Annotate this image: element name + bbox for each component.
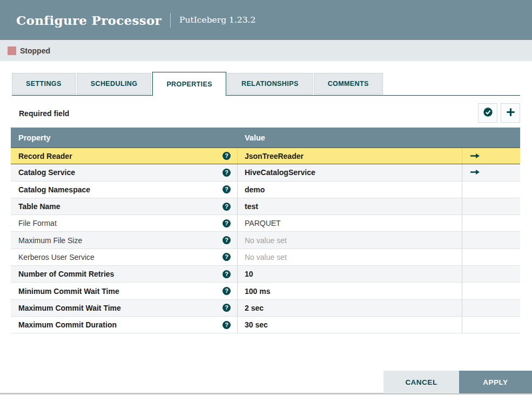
status-bar: Stopped: [0, 40, 532, 61]
properties-table: Property Value Record Reader ? JsonTreeR…: [11, 128, 520, 333]
property-cell: Minimum Commit Wait Time ?: [11, 283, 238, 299]
configure-processor-dialog: Configure Processor PutIceberg 1.23.2 St…: [0, 0, 532, 395]
action-cell: [462, 249, 520, 265]
value-cell[interactable]: test: [238, 198, 462, 215]
value-cell[interactable]: 30 sec: [238, 317, 462, 333]
property-value: 2 sec: [245, 304, 264, 312]
action-cell: [462, 317, 520, 333]
table-body: Record Reader ? JsonTreeReader Catalog S…: [11, 148, 520, 333]
apply-button[interactable]: APPLY: [459, 371, 532, 393]
question-circle-icon[interactable]: ?: [223, 152, 231, 160]
property-cell: Maximum Commit Wait Time ?: [11, 300, 238, 316]
property-cell: Catalog Namespace ?: [11, 182, 238, 198]
question-circle-icon[interactable]: ?: [223, 185, 231, 193]
property-value: 30 sec: [245, 320, 268, 329]
tab-label: RELATIONSHIPS: [241, 80, 299, 88]
question-circle-icon[interactable]: ?: [223, 203, 231, 211]
tab-comments[interactable]: COMMENTS: [314, 73, 383, 95]
table-row[interactable]: Maximum Commit Duration ? 30 sec: [11, 317, 520, 333]
check-circle-icon: [483, 107, 493, 119]
required-field-legend: Required field: [19, 109, 69, 118]
stopped-icon: [8, 46, 16, 55]
property-cell: File Format ?: [11, 215, 238, 231]
property-value: test: [245, 202, 258, 211]
property-value: JsonTreeReader: [245, 152, 304, 160]
table-row[interactable]: Number of Commit Retries ? 10: [11, 266, 520, 283]
property-cell: Record Reader ?: [11, 148, 238, 164]
property-value: HiveCatalogService: [245, 168, 315, 177]
column-header-property: Property: [11, 133, 238, 142]
property-value: 100 ms: [245, 287, 270, 296]
property-name: Catalog Namespace: [18, 185, 90, 194]
dialog-header: Configure Processor PutIceberg 1.23.2: [0, 0, 532, 40]
status-label: Stopped: [20, 46, 50, 55]
tab-label: SCHEDULING: [91, 80, 138, 88]
question-circle-icon[interactable]: ?: [223, 321, 231, 329]
value-cell[interactable]: demo: [238, 182, 462, 198]
question-circle-icon[interactable]: ?: [223, 219, 231, 227]
property-cell: Catalog Service ?: [11, 164, 238, 180]
value-cell[interactable]: 100 ms: [238, 283, 462, 299]
property-name: Maximum Commit Wait Time: [18, 304, 121, 312]
action-cell: [462, 300, 520, 316]
tab-strip: SETTINGS SCHEDULING PROPERTIES RELATIONS…: [12, 73, 520, 96]
table-header: Property Value: [11, 128, 520, 148]
table-row[interactable]: Record Reader ? JsonTreeReader: [11, 148, 520, 164]
property-name: File Format: [18, 219, 57, 227]
action-cell: [462, 164, 520, 180]
table-row[interactable]: Maximum Commit Wait Time ? 2 sec: [11, 300, 520, 317]
processor-name-version: PutIceberg 1.23.2: [179, 15, 255, 25]
action-cell: [462, 232, 520, 248]
action-cell: [462, 215, 520, 231]
table-row[interactable]: Catalog Service ? HiveCatalogService: [11, 164, 520, 181]
table-row[interactable]: Maximum File Size ? No value set: [11, 232, 520, 249]
title-separator: [170, 13, 171, 28]
arrow-right-icon[interactable]: [470, 152, 481, 160]
property-name: Table Name: [18, 202, 60, 211]
tab-properties[interactable]: PROPERTIES: [152, 72, 226, 96]
action-cell: [462, 148, 520, 164]
property-name: Maximum File Size: [18, 236, 82, 245]
question-circle-icon[interactable]: ?: [223, 236, 231, 244]
question-circle-icon[interactable]: ?: [223, 270, 231, 278]
table-row[interactable]: Table Name ? test: [11, 198, 520, 215]
question-circle-icon[interactable]: ?: [223, 287, 231, 295]
property-name: Minimum Commit Wait Time: [18, 287, 119, 296]
property-value: No value set: [245, 236, 287, 245]
table-row[interactable]: Kerberos User Service ? No value set: [11, 249, 520, 266]
property-name: Kerberos User Service: [18, 253, 95, 262]
cancel-button[interactable]: CANCEL: [383, 371, 459, 393]
value-cell[interactable]: JsonTreeReader: [238, 148, 462, 164]
property-name: Maximum Commit Duration: [18, 320, 117, 329]
property-name: Record Reader: [18, 152, 72, 160]
value-cell[interactable]: 2 sec: [238, 300, 462, 316]
arrow-right-icon[interactable]: [470, 168, 481, 177]
question-circle-icon[interactable]: ?: [223, 253, 231, 261]
property-cell: Maximum File Size ?: [11, 232, 238, 248]
action-cell: [462, 266, 520, 282]
question-circle-icon[interactable]: ?: [223, 169, 231, 177]
table-row[interactable]: Catalog Namespace ? demo: [11, 182, 520, 198]
table-row[interactable]: File Format ? PARQUET: [11, 215, 520, 232]
verify-properties-button[interactable]: [478, 103, 497, 123]
add-property-button[interactable]: [501, 103, 520, 123]
column-header-value: Value: [238, 133, 265, 142]
tab-relationships[interactable]: RELATIONSHIPS: [227, 73, 313, 95]
tab-scheduling[interactable]: SCHEDULING: [77, 73, 152, 95]
tab-settings[interactable]: SETTINGS: [12, 73, 76, 95]
property-value: demo: [245, 185, 265, 194]
tab-label: SETTINGS: [26, 80, 62, 88]
value-cell[interactable]: HiveCatalogService: [238, 164, 462, 180]
value-cell[interactable]: 10: [238, 266, 462, 282]
value-cell[interactable]: PARQUET: [238, 215, 462, 231]
property-name: Catalog Service: [18, 168, 75, 177]
value-cell[interactable]: No value set: [238, 249, 462, 265]
action-cell: [462, 283, 520, 299]
toolbar-buttons: [478, 103, 520, 123]
table-row[interactable]: Minimum Commit Wait Time ? 100 ms: [11, 283, 520, 299]
value-cell[interactable]: No value set: [238, 232, 462, 248]
action-cell: [462, 198, 520, 215]
question-circle-icon[interactable]: ?: [223, 304, 231, 312]
dialog-title: Configure Processor: [16, 13, 161, 28]
property-cell: Number of Commit Retries ?: [11, 266, 238, 282]
